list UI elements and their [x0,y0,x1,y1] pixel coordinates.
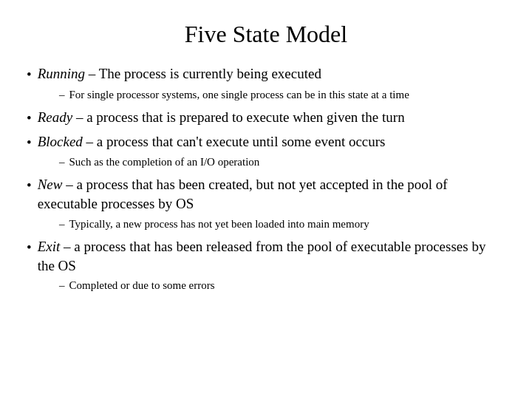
bullet-label-ready: Ready [38,109,72,125]
bullet-text-new: New – a process that has been created, b… [38,175,505,213]
bullet-ready: • Ready – a process that is prepared to … [27,108,505,128]
bullet-exit: • Exit – a process that has been release… [27,237,505,275]
sub-bullet-new-0: – Typically, a new process has not yet b… [59,216,505,231]
bullet-dot-exit: • [27,238,32,257]
sub-dash-blocked-0: – [59,154,65,169]
bullet-label-new: New [38,177,63,192]
sub-bullet-blocked-0: – Such as the completion of an I/O opera… [59,154,505,169]
bullet-desc-blocked: – a process that can't execute until som… [83,134,386,149]
sub-dash-new-0: – [59,216,65,231]
bullet-dot-running: • [27,65,32,84]
content-area: • Running – The process is currently bei… [27,61,505,384]
bullet-dot-ready: • [27,109,32,128]
bullet-text-running: Running – The process is currently being… [38,64,505,83]
sub-bullet-exit-0: – Completed or due to some errors [59,278,505,293]
bullet-desc-new: – a process that has been created, but n… [38,177,448,211]
bullet-label-running: Running [38,66,85,81]
bullet-label-blocked: Blocked [38,134,83,149]
bullet-text-exit: Exit – a process that has been released … [38,237,505,275]
sub-dash-running-0: – [59,87,65,102]
slide: Five State Model • Running – The process… [0,0,532,399]
bullet-text-blocked: Blocked – a process that can't execute u… [38,132,505,151]
sub-bullet-running-0: – For single processor systems, one sing… [59,87,505,102]
sub-text-exit-0: Completed or due to some errors [69,278,506,293]
bullet-dot-new: • [27,176,32,195]
sub-dash-exit-0: – [59,278,65,293]
bullet-desc-exit: – a process that has been released from … [38,239,486,273]
bullet-desc-ready: – a process that is prepared to execute … [72,109,405,125]
slide-title: Five State Model [27,21,505,48]
bullet-desc-running: – The process is currently being execute… [85,66,321,81]
sub-text-running-0: For single processor systems, one single… [69,87,506,102]
bullet-new: • New – a process that has been created,… [27,175,505,213]
sub-text-new-0: Typically, a new process has not yet bee… [69,216,506,231]
bullet-label-exit: Exit [38,239,61,254]
bullet-text-ready: Ready – a process that is prepared to ex… [38,108,505,127]
sub-text-blocked-0: Such as the completion of an I/O operati… [69,154,506,169]
bullet-running: • Running – The process is currently bei… [27,64,505,84]
bullet-blocked: • Blocked – a process that can't execute… [27,132,505,152]
bullet-dot-blocked: • [27,133,32,152]
